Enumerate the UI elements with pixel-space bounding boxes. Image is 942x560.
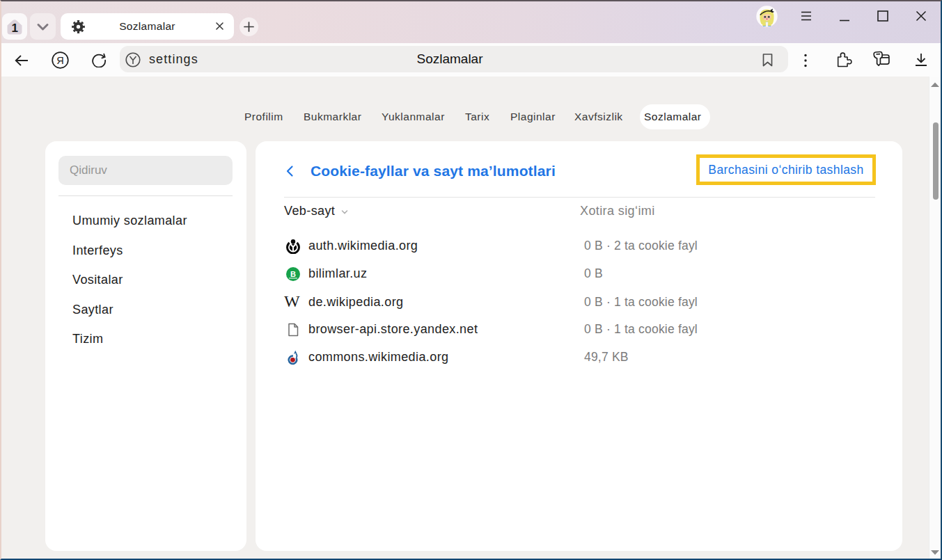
svg-text:Я: Я (56, 55, 63, 66)
svg-text:B: B (290, 270, 296, 278)
svg-text:1: 1 (12, 22, 18, 35)
